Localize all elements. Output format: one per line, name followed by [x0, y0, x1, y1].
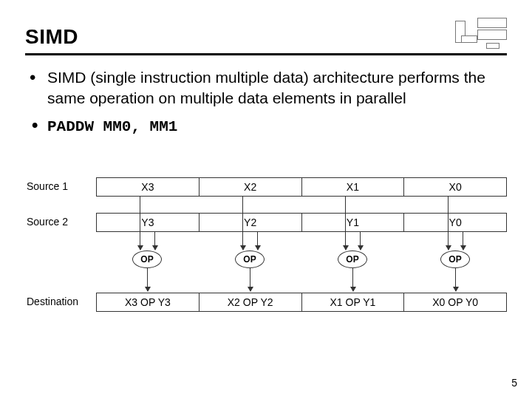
arrow-down-icon: [360, 232, 361, 250]
corner-decoration-icon: [455, 18, 507, 49]
bullet-item-code: PADDW MM0, MM1: [25, 117, 507, 137]
arrow-down-icon: [154, 232, 155, 250]
src2-cell: Y1: [302, 214, 405, 231]
dest-cell: X3 OP Y3: [97, 293, 200, 311]
src1-cell: X2: [200, 178, 302, 196]
arrow-down-icon: [147, 268, 148, 291]
arrow-down-icon: [140, 197, 140, 250]
src1-cell: X0: [404, 178, 506, 196]
dest-cell: X2 OP Y2: [200, 293, 302, 311]
page-number: 5: [511, 377, 517, 389]
op-node: OP: [338, 250, 367, 268]
op-row: OP OP OP OP: [96, 232, 507, 291]
label-source1: Source 1: [27, 180, 68, 192]
op-node: OP: [440, 250, 470, 268]
arrow-down-icon: [455, 268, 456, 291]
dest-cell: X0 OP Y0: [404, 293, 506, 311]
src1-cell: X1: [302, 178, 405, 196]
src2-cell: Y3: [97, 214, 200, 231]
bullet-item: SIMD (single instruction multiple data) …: [25, 67, 507, 109]
op-node: OP: [132, 250, 162, 268]
arrow-down-icon: [257, 232, 258, 250]
src1-cell: X3: [97, 178, 200, 196]
label-destination: Destination: [27, 296, 78, 307]
arrow-down-icon: [448, 197, 449, 250]
op-node: OP: [235, 250, 265, 268]
arrow-down-icon: [242, 197, 243, 250]
source1-cells: X3 X2 X1 X0: [96, 177, 507, 197]
source2-cells: Y3 Y2 Y1 Y0: [96, 213, 507, 232]
src2-cell: Y0: [404, 214, 506, 231]
src2-cell: Y2: [200, 214, 302, 231]
page-title: SIMD: [25, 25, 78, 49]
destination-cells: X3 OP Y3 X2 OP Y2 X1 OP Y1 X0 OP Y0: [96, 293, 507, 312]
label-source2: Source 2: [27, 216, 68, 228]
title-bar: SIMD: [25, 18, 507, 55]
arrow-down-icon: [463, 232, 463, 250]
bullet-list: SIMD (single instruction multiple data) …: [25, 67, 507, 137]
dest-cell: X1 OP Y1: [302, 293, 405, 311]
arrow-down-icon: [345, 197, 346, 250]
arrow-down-icon: [352, 268, 353, 291]
arrow-down-icon: [250, 268, 250, 291]
